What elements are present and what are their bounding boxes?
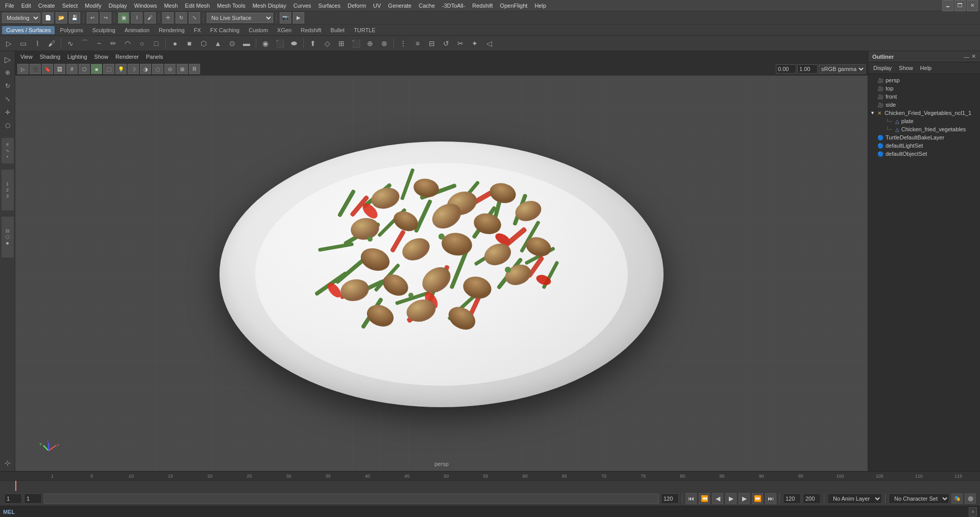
play-btn[interactable]: ▶ [725, 493, 737, 504]
outliner-menu-display[interactable]: Display [870, 64, 895, 72]
vp-select-btn[interactable]: ▷ [17, 64, 29, 74]
vp-shaded-btn[interactable]: ■ [91, 64, 102, 74]
plane-btn[interactable]: ▬ [240, 37, 253, 50]
menu-mesh-display[interactable]: Mesh Display [250, 2, 289, 10]
frame-max-field[interactable] [783, 494, 801, 504]
maximize-btn[interactable]: 🗖 [954, 0, 966, 11]
insert-loop-btn[interactable]: ⋮ [397, 37, 410, 50]
vp-texture-btn[interactable]: ⬚ [103, 64, 114, 74]
open-btn[interactable]: 📂 [56, 12, 67, 24]
menu-create[interactable]: Create [35, 2, 58, 10]
undo-btn[interactable]: ↩ [87, 12, 98, 24]
move-btn[interactable]: ✛ [162, 12, 174, 24]
tab-sculpting[interactable]: Sculpting [88, 26, 119, 34]
select-btn[interactable]: ▣ [118, 12, 129, 24]
bridge-btn[interactable]: ⊞ [335, 37, 348, 50]
gamma-field[interactable] [797, 64, 818, 74]
connect-btn[interactable]: ⊕ [363, 37, 377, 50]
menu-cache[interactable]: Cache [415, 2, 438, 10]
go-start-btn[interactable]: ⏮ [685, 493, 697, 504]
outliner-item-light-set[interactable]: 🔵 defaultLightSet [868, 142, 980, 150]
rect-select-btn[interactable]: ▭ [16, 37, 30, 50]
cone-btn[interactable]: ▲ [211, 37, 225, 50]
outliner-item-side[interactable]: 🎥 side [868, 101, 980, 109]
universal-mode-btn[interactable]: ✛ [2, 106, 14, 119]
spin-btn[interactable]: ↺ [439, 37, 453, 50]
vp-menu-shading[interactable]: Shading [37, 53, 63, 61]
vp-camera-btn[interactable]: 🎥 [30, 64, 41, 74]
outliner-item-front[interactable]: 🎥 front [868, 92, 980, 101]
timeline-track[interactable] [0, 481, 980, 491]
vp-bookmarks-btn[interactable]: 🔖 [42, 64, 53, 74]
tab-fx[interactable]: FX [190, 26, 205, 34]
menu-uv[interactable]: UV [370, 2, 384, 10]
layer2-btn[interactable]: 2 [6, 187, 9, 193]
tab-fx-caching[interactable]: FX Caching [206, 26, 243, 34]
axis-btn[interactable]: ⊹ [2, 457, 14, 469]
menu-redshift[interactable]: Redshift [469, 2, 496, 10]
minimize-btn[interactable]: 🗕 [942, 0, 953, 11]
tab-rendering[interactable]: Rendering [155, 26, 189, 34]
soft-select-btn[interactable]: ⬡ [2, 120, 14, 132]
vp-menu-lighting[interactable]: Lighting [64, 53, 90, 61]
snap-curve-btn[interactable]: ∿ [6, 148, 10, 153]
wireframe-btn[interactable]: ⊟ [6, 228, 10, 233]
nurbs-sphere-btn[interactable]: ◉ [259, 37, 272, 50]
select-tool-btn[interactable]: ▷ [2, 37, 15, 50]
exposure-field[interactable] [776, 64, 796, 74]
sphere-btn[interactable]: ● [168, 37, 182, 50]
menu-mesh-tools[interactable]: Mesh Tools [214, 2, 248, 10]
outliner-close-btn[interactable]: ✕ [971, 53, 976, 60]
vp-hud-btn[interactable]: ⊞ [177, 64, 188, 74]
menu-windows[interactable]: Windows [131, 2, 160, 10]
vp-ao-btn[interactable]: ◑ [140, 64, 151, 74]
viewport[interactable]: View Shading Lighting Show Renderer Pane… [15, 51, 868, 471]
tab-turtle[interactable]: TURTLE [350, 26, 380, 34]
new-btn[interactable]: 📄 [42, 12, 54, 24]
rotate-btn[interactable]: ↻ [176, 12, 187, 24]
outliner-minimize-btn[interactable]: — [964, 53, 969, 60]
vp-menu-renderer[interactable]: Renderer [112, 53, 142, 61]
close-btn[interactable]: ✕ [967, 0, 978, 11]
live-surface-dropdown[interactable]: No Live Surface [207, 13, 273, 23]
tab-redshift[interactable]: Redshift [297, 26, 325, 34]
outliner-menu-help[interactable]: Help [917, 64, 935, 72]
curve-bez-btn[interactable]: ~ [92, 37, 106, 50]
square-btn[interactable]: □ [150, 37, 163, 50]
arc-btn[interactable]: ◠ [121, 37, 134, 50]
fill-btn[interactable]: ⬛ [349, 37, 362, 50]
vp-menu-show[interactable]: Show [91, 53, 112, 61]
char-set-select[interactable]: No Character Set [889, 494, 949, 504]
menu-3dtall[interactable]: -3DToAll- [439, 2, 468, 10]
snap-point-btn[interactable]: • [7, 154, 8, 159]
vp-light-btn[interactable]: 💡 [115, 64, 127, 74]
layer3-btn[interactable]: 3 [6, 194, 9, 199]
move-mode-btn[interactable]: ⊕ [2, 66, 14, 79]
vp-wireframe-btn[interactable]: ⬡ [79, 64, 90, 74]
tab-animation[interactable]: Animation [120, 26, 154, 34]
mode-dropdown[interactable]: Modeling [2, 13, 40, 23]
menu-help[interactable]: Help [531, 2, 549, 10]
scale-btn[interactable]: ⤡ [189, 12, 200, 24]
outliner-item-top[interactable]: 🎥 top [868, 84, 980, 92]
paint-select-tool-btn[interactable]: 🖌 [45, 37, 58, 50]
smooth-btn[interactable]: ⬡ [6, 234, 10, 240]
outliner-item-turtle-layer[interactable]: 🔵 TurtleDefaultBakeLayer [868, 133, 980, 142]
flat-btn[interactable]: ■ [6, 241, 9, 246]
playhead[interactable] [15, 481, 16, 491]
menu-modify[interactable]: Modify [82, 2, 104, 10]
outliner-menu-show[interactable]: Show [896, 64, 916, 72]
outliner-item-obj-set[interactable]: 🔵 defaultObjectSet [868, 150, 980, 158]
outliner-item-chicken-group[interactable]: ▼ ✕ Chicken_Fried_Vegetables_ncl1_1 [868, 109, 980, 117]
menu-generate[interactable]: Generate [385, 2, 414, 10]
paint-select-btn[interactable]: 🖌 [144, 12, 156, 24]
next-frame-btn[interactable]: ▶ [739, 493, 750, 504]
wedge-btn[interactable]: ◁ [482, 37, 496, 50]
frame-current-field[interactable] [24, 494, 42, 504]
tab-xgen[interactable]: XGen [273, 26, 296, 34]
snap-grid-btn[interactable]: # [6, 142, 9, 147]
char-set-btn[interactable]: 🎭 [951, 494, 963, 504]
scale-mode-btn[interactable]: ⤡ [2, 93, 14, 105]
next-key-btn[interactable]: ⏩ [752, 493, 763, 504]
split-btn[interactable]: ✂ [454, 37, 467, 50]
